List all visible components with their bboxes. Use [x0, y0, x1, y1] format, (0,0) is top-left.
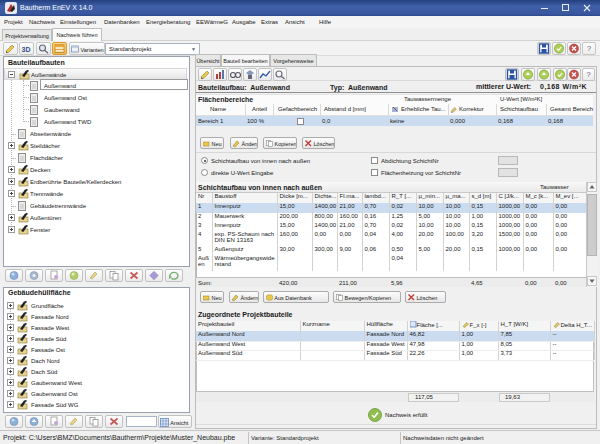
svg-text:3D: 3D: [22, 46, 31, 53]
